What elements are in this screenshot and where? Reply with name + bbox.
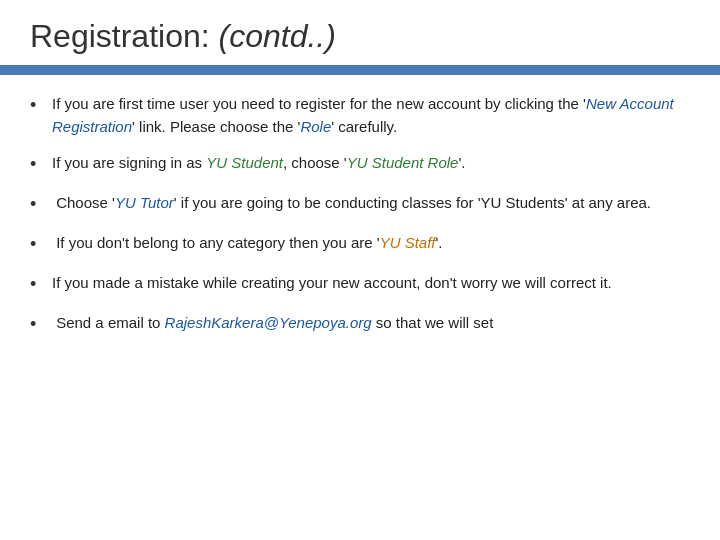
bullet-text-5: If you made a mistake while creating you…	[52, 272, 690, 295]
bullet-item-5: • If you made a mistake while creating y…	[30, 272, 690, 298]
bullet-item-2: • If you are signing in as YU Student, c…	[30, 152, 690, 178]
role-link[interactable]: Role	[300, 118, 331, 135]
bullet-text-4: If you don't belong to any category then…	[52, 232, 690, 255]
email-link[interactable]: RajeshKarkera@Yenepoya.org	[165, 314, 372, 331]
yu-student-label: YU Student	[206, 154, 283, 171]
new-account-link[interactable]: New Account Registration	[52, 95, 674, 135]
bullet-item-1: • If you are first time user you need to…	[30, 93, 690, 138]
title-area: Registration: (contd..)	[0, 0, 720, 65]
bullet-text-3: Choose 'YU Tutor' if you are going to be…	[52, 192, 690, 215]
bullet-text-6: Send a email to RajeshKarkera@Yenepoya.o…	[52, 312, 690, 335]
title-main: Registration	[30, 18, 201, 54]
bullet-text-1: If you are first time user you need to r…	[52, 93, 690, 138]
yu-student-role-label: YU Student Role	[347, 154, 459, 171]
yu-tutor-label: YU Tutor	[115, 194, 174, 211]
bullet-dot-3: •	[30, 191, 48, 218]
title-colon: :	[201, 18, 219, 54]
bullet-item-4: • If you don't belong to any category th…	[30, 232, 690, 258]
page-container: Registration: (contd..) • If you are fir…	[0, 0, 720, 540]
bullet-dot-2: •	[30, 151, 48, 178]
bullet-text-2: If you are signing in as YU Student, cho…	[52, 152, 690, 175]
bullet-dot-1: •	[30, 92, 48, 119]
title-sub: (contd..)	[219, 18, 336, 54]
bullet-dot-4: •	[30, 231, 48, 258]
blue-divider-bar	[0, 65, 720, 75]
bullet-dot-5: •	[30, 271, 48, 298]
yu-staff-label: YU Staff	[380, 234, 436, 251]
bullet-item-6: • Send a email to RajeshKarkera@Yenepoya…	[30, 312, 690, 338]
page-title: Registration: (contd..)	[30, 18, 690, 55]
bullet-item-3: • Choose 'YU Tutor' if you are going to …	[30, 192, 690, 218]
bullet-dot-6: •	[30, 311, 48, 338]
content-area: • If you are first time user you need to…	[0, 93, 720, 338]
